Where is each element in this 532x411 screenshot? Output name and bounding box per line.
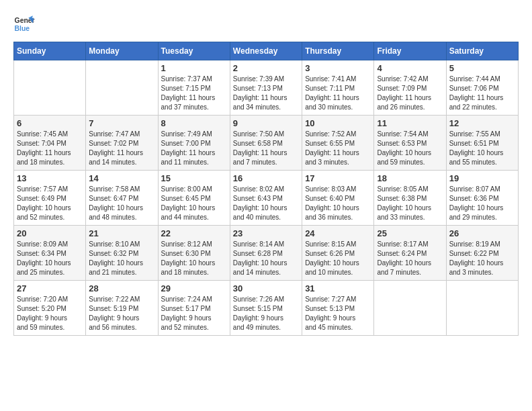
day-info: Sunrise: 7:39 AM Sunset: 7:13 PM Dayligh… xyxy=(233,75,299,112)
day-info: Sunrise: 7:45 AM Sunset: 7:04 PM Dayligh… xyxy=(17,130,83,167)
day-info: Sunrise: 8:17 AM Sunset: 6:24 PM Dayligh… xyxy=(377,240,443,277)
svg-text:Blue: Blue xyxy=(15,25,30,32)
week-row-2: 6Sunrise: 7:45 AM Sunset: 7:04 PM Daylig… xyxy=(14,116,519,171)
day-info: Sunrise: 8:10 AM Sunset: 6:32 PM Dayligh… xyxy=(89,240,154,277)
header-saturday: Saturday xyxy=(446,42,518,60)
day-number: 21 xyxy=(89,228,154,238)
day-info: Sunrise: 8:03 AM Sunset: 6:40 PM Dayligh… xyxy=(305,185,371,222)
calendar-cell: 17Sunrise: 8:03 AM Sunset: 6:40 PM Dayli… xyxy=(302,171,374,226)
day-number: 29 xyxy=(161,283,227,293)
day-number: 13 xyxy=(17,173,83,183)
day-number: 16 xyxy=(233,173,299,183)
day-info: Sunrise: 7:44 AM Sunset: 7:06 PM Dayligh… xyxy=(449,75,515,112)
calendar-cell: 15Sunrise: 8:00 AM Sunset: 6:45 PM Dayli… xyxy=(158,171,230,226)
calendar-cell: 13Sunrise: 7:57 AM Sunset: 6:49 PM Dayli… xyxy=(14,171,86,226)
day-info: Sunrise: 7:24 AM Sunset: 5:17 PM Dayligh… xyxy=(161,295,227,332)
calendar-cell: 9Sunrise: 7:50 AM Sunset: 6:58 PM Daylig… xyxy=(230,116,302,171)
week-row-5: 27Sunrise: 7:20 AM Sunset: 5:20 PM Dayli… xyxy=(14,281,519,336)
calendar-cell xyxy=(14,60,86,116)
calendar-cell: 6Sunrise: 7:45 AM Sunset: 7:04 PM Daylig… xyxy=(14,116,86,171)
day-number: 10 xyxy=(305,118,371,128)
day-info: Sunrise: 7:27 AM Sunset: 5:13 PM Dayligh… xyxy=(305,295,371,332)
day-info: Sunrise: 8:15 AM Sunset: 6:26 PM Dayligh… xyxy=(305,240,371,277)
day-number: 7 xyxy=(89,118,154,128)
calendar-cell: 29Sunrise: 7:24 AM Sunset: 5:17 PM Dayli… xyxy=(158,281,230,336)
day-info: Sunrise: 7:20 AM Sunset: 5:20 PM Dayligh… xyxy=(17,295,83,332)
calendar-table: SundayMondayTuesdayWednesdayThursdayFrid… xyxy=(13,42,519,336)
calendar-cell: 26Sunrise: 8:19 AM Sunset: 6:22 PM Dayli… xyxy=(446,226,518,281)
day-number: 23 xyxy=(233,228,299,238)
day-number: 28 xyxy=(89,283,154,293)
day-number: 19 xyxy=(449,173,515,183)
calendar-cell: 4Sunrise: 7:42 AM Sunset: 7:09 PM Daylig… xyxy=(374,60,446,116)
day-number: 5 xyxy=(449,63,515,73)
day-info: Sunrise: 7:42 AM Sunset: 7:09 PM Dayligh… xyxy=(377,75,443,112)
calendar-cell: 7Sunrise: 7:47 AM Sunset: 7:02 PM Daylig… xyxy=(86,116,158,171)
day-number: 31 xyxy=(305,283,371,293)
day-info: Sunrise: 7:57 AM Sunset: 6:49 PM Dayligh… xyxy=(17,185,83,222)
day-info: Sunrise: 7:49 AM Sunset: 7:00 PM Dayligh… xyxy=(161,130,227,167)
day-info: Sunrise: 7:52 AM Sunset: 6:55 PM Dayligh… xyxy=(305,130,371,167)
logo-icon: General Blue xyxy=(13,13,35,35)
calendar-cell: 3Sunrise: 7:41 AM Sunset: 7:11 PM Daylig… xyxy=(302,60,374,116)
day-info: Sunrise: 8:14 AM Sunset: 6:28 PM Dayligh… xyxy=(233,240,299,277)
day-number: 9 xyxy=(233,118,299,128)
day-number: 30 xyxy=(233,283,299,293)
logo: General Blue xyxy=(13,13,35,35)
day-number: 3 xyxy=(305,63,371,73)
calendar-cell xyxy=(86,60,158,116)
calendar-cell: 8Sunrise: 7:49 AM Sunset: 7:00 PM Daylig… xyxy=(158,116,230,171)
day-number: 14 xyxy=(89,173,154,183)
day-info: Sunrise: 8:00 AM Sunset: 6:45 PM Dayligh… xyxy=(161,185,227,222)
day-info: Sunrise: 7:37 AM Sunset: 7:15 PM Dayligh… xyxy=(161,75,227,112)
calendar-cell: 12Sunrise: 7:55 AM Sunset: 6:51 PM Dayli… xyxy=(446,116,518,171)
header-thursday: Thursday xyxy=(302,42,374,60)
day-info: Sunrise: 8:07 AM Sunset: 6:36 PM Dayligh… xyxy=(449,185,515,222)
calendar-cell: 2Sunrise: 7:39 AM Sunset: 7:13 PM Daylig… xyxy=(230,60,302,116)
day-info: Sunrise: 7:41 AM Sunset: 7:11 PM Dayligh… xyxy=(305,75,371,112)
calendar-cell: 10Sunrise: 7:52 AM Sunset: 6:55 PM Dayli… xyxy=(302,116,374,171)
calendar-cell: 1Sunrise: 7:37 AM Sunset: 7:15 PM Daylig… xyxy=(158,60,230,116)
day-info: Sunrise: 8:05 AM Sunset: 6:38 PM Dayligh… xyxy=(377,185,443,222)
day-info: Sunrise: 8:09 AM Sunset: 6:34 PM Dayligh… xyxy=(17,240,83,277)
day-info: Sunrise: 7:50 AM Sunset: 6:58 PM Dayligh… xyxy=(233,130,299,167)
day-number: 22 xyxy=(161,228,227,238)
day-number: 18 xyxy=(377,173,443,183)
header-tuesday: Tuesday xyxy=(158,42,230,60)
calendar-cell: 25Sunrise: 8:17 AM Sunset: 6:24 PM Dayli… xyxy=(374,226,446,281)
day-info: Sunrise: 7:22 AM Sunset: 5:19 PM Dayligh… xyxy=(89,295,154,332)
page-header: General Blue xyxy=(13,13,519,35)
calendar-cell: 30Sunrise: 7:26 AM Sunset: 5:15 PM Dayli… xyxy=(230,281,302,336)
week-row-3: 13Sunrise: 7:57 AM Sunset: 6:49 PM Dayli… xyxy=(14,171,519,226)
day-number: 2 xyxy=(233,63,299,73)
calendar-cell: 14Sunrise: 7:58 AM Sunset: 6:47 PM Dayli… xyxy=(86,171,158,226)
calendar-cell: 19Sunrise: 8:07 AM Sunset: 6:36 PM Dayli… xyxy=(446,171,518,226)
calendar-cell: 28Sunrise: 7:22 AM Sunset: 5:19 PM Dayli… xyxy=(86,281,158,336)
header-wednesday: Wednesday xyxy=(230,42,302,60)
calendar-cell: 20Sunrise: 8:09 AM Sunset: 6:34 PM Dayli… xyxy=(14,226,86,281)
day-number: 11 xyxy=(377,118,443,128)
week-row-4: 20Sunrise: 8:09 AM Sunset: 6:34 PM Dayli… xyxy=(14,226,519,281)
day-number: 6 xyxy=(17,118,83,128)
day-info: Sunrise: 8:12 AM Sunset: 6:30 PM Dayligh… xyxy=(161,240,227,277)
week-row-1: 1Sunrise: 7:37 AM Sunset: 7:15 PM Daylig… xyxy=(14,60,519,116)
calendar-cell: 23Sunrise: 8:14 AM Sunset: 6:28 PM Dayli… xyxy=(230,226,302,281)
header-friday: Friday xyxy=(374,42,446,60)
day-number: 20 xyxy=(17,228,83,238)
day-number: 24 xyxy=(305,228,371,238)
calendar-cell: 16Sunrise: 8:02 AM Sunset: 6:43 PM Dayli… xyxy=(230,171,302,226)
calendar-cell: 31Sunrise: 7:27 AM Sunset: 5:13 PM Dayli… xyxy=(302,281,374,336)
calendar-cell: 5Sunrise: 7:44 AM Sunset: 7:06 PM Daylig… xyxy=(446,60,518,116)
calendar-cell: 27Sunrise: 7:20 AM Sunset: 5:20 PM Dayli… xyxy=(14,281,86,336)
day-info: Sunrise: 8:02 AM Sunset: 6:43 PM Dayligh… xyxy=(233,185,299,222)
calendar-cell: 21Sunrise: 8:10 AM Sunset: 6:32 PM Dayli… xyxy=(86,226,158,281)
day-number: 12 xyxy=(449,118,515,128)
day-info: Sunrise: 7:58 AM Sunset: 6:47 PM Dayligh… xyxy=(89,185,154,222)
calendar-cell xyxy=(374,281,446,336)
calendar-cell: 24Sunrise: 8:15 AM Sunset: 6:26 PM Dayli… xyxy=(302,226,374,281)
day-number: 1 xyxy=(161,63,227,73)
header-sunday: Sunday xyxy=(14,42,86,60)
day-info: Sunrise: 7:55 AM Sunset: 6:51 PM Dayligh… xyxy=(449,130,515,167)
day-number: 17 xyxy=(305,173,371,183)
calendar-cell xyxy=(446,281,518,336)
